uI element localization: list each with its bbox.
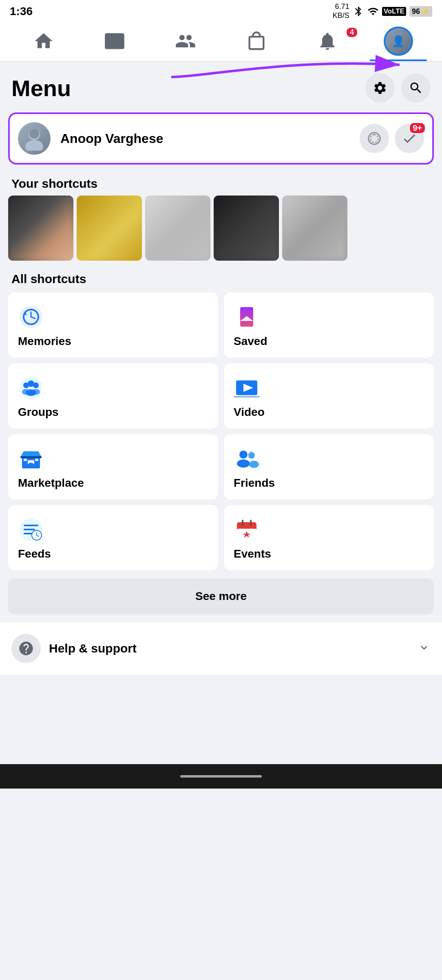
memories-icon bbox=[18, 304, 44, 330]
top-nav: 4 👤 bbox=[0, 21, 442, 62]
volte-icon: VoLTE bbox=[382, 7, 406, 16]
shortcut-thumb-3[interactable] bbox=[145, 196, 210, 261]
svg-point-2 bbox=[25, 140, 43, 151]
friends-icon bbox=[234, 446, 260, 472]
all-shortcuts-title: All shortcuts bbox=[0, 267, 442, 292]
story-icon bbox=[367, 131, 382, 146]
search-button[interactable] bbox=[401, 73, 431, 103]
status-time: 1:36 bbox=[10, 5, 33, 18]
events-icon bbox=[234, 516, 260, 543]
nav-profile[interactable]: 👤 bbox=[363, 21, 434, 61]
nav-home[interactable] bbox=[8, 21, 79, 61]
nav-video[interactable] bbox=[79, 21, 150, 61]
video-label: Video bbox=[234, 406, 424, 419]
svg-point-24 bbox=[239, 450, 248, 459]
shortcut-marketplace[interactable]: Marketplace bbox=[8, 434, 218, 499]
menu-header: Menu bbox=[0, 62, 442, 109]
svg-rect-30 bbox=[24, 529, 35, 530]
gear-icon bbox=[373, 81, 387, 95]
saved-label: Saved bbox=[234, 335, 424, 348]
notifications-action-button[interactable]: 9+ bbox=[395, 124, 424, 153]
svg-point-25 bbox=[237, 459, 250, 468]
shortcut-friends[interactable]: Friends bbox=[224, 434, 434, 499]
profile-actions: 9+ bbox=[360, 124, 424, 153]
svg-rect-37 bbox=[237, 525, 256, 529]
see-more-button[interactable]: See more bbox=[8, 578, 434, 614]
main-content: Menu Anoop Varghese bbox=[0, 62, 442, 764]
bottom-spacer bbox=[0, 683, 442, 764]
battery-icon: 96 ⚡ bbox=[409, 6, 432, 17]
nav-notifications[interactable]: 4 bbox=[292, 21, 363, 61]
bottom-bar bbox=[0, 764, 442, 789]
bluetooth-icon bbox=[353, 6, 364, 17]
your-shortcuts-title: Your shortcuts bbox=[0, 173, 442, 196]
shortcut-video[interactable]: Video bbox=[224, 363, 434, 428]
notification-badge: 4 bbox=[347, 28, 357, 37]
signal-icon bbox=[367, 6, 379, 17]
svg-point-12 bbox=[28, 380, 34, 387]
shortcut-feeds[interactable]: Feeds bbox=[8, 505, 218, 570]
help-section[interactable]: Help & support bbox=[0, 622, 442, 675]
svg-rect-18 bbox=[234, 396, 260, 398]
settings-button[interactable] bbox=[365, 73, 395, 103]
page-title: Menu bbox=[11, 75, 71, 101]
story-button[interactable] bbox=[360, 124, 389, 153]
help-left: Help & support bbox=[11, 634, 137, 663]
profile-name: Anoop Varghese bbox=[60, 131, 360, 146]
groups-icon bbox=[18, 375, 44, 401]
avatar-image bbox=[22, 126, 46, 151]
marketplace-label: Marketplace bbox=[18, 477, 208, 490]
speed-indicator: 6.71KB/S bbox=[333, 2, 349, 20]
shortcut-thumb-4[interactable] bbox=[214, 196, 279, 261]
nav-friends[interactable] bbox=[150, 21, 221, 61]
profile-nav-avatar: 👤 bbox=[384, 26, 413, 56]
nav-marketplace[interactable] bbox=[221, 21, 292, 61]
search-icon bbox=[409, 81, 423, 95]
shortcut-thumb-2[interactable] bbox=[77, 196, 142, 261]
status-bar: 1:36 6.71KB/S VoLTE 96 ⚡ bbox=[0, 0, 442, 21]
action-badge: 9+ bbox=[409, 122, 426, 134]
shortcuts-grid: Memories Saved bbox=[0, 292, 442, 570]
shortcut-saved[interactable]: Saved bbox=[224, 292, 434, 358]
svg-rect-29 bbox=[24, 525, 38, 526]
svg-rect-23 bbox=[35, 459, 38, 461]
shortcut-thumb-1[interactable] bbox=[8, 196, 73, 261]
svg-point-3 bbox=[29, 129, 39, 138]
svg-rect-22 bbox=[24, 459, 27, 461]
menu-header-icons bbox=[365, 73, 431, 103]
chevron-down-icon bbox=[418, 641, 431, 656]
svg-point-15 bbox=[26, 389, 36, 396]
shortcut-events[interactable]: Events bbox=[224, 505, 434, 570]
question-icon bbox=[18, 640, 34, 657]
help-icon bbox=[11, 634, 41, 663]
feeds-icon bbox=[18, 516, 44, 543]
feeds-label: Feeds bbox=[18, 547, 208, 560]
memories-label: Memories bbox=[18, 335, 208, 348]
svg-rect-21 bbox=[20, 456, 42, 458]
shortcut-thumb-5[interactable] bbox=[282, 196, 347, 261]
svg-point-27 bbox=[249, 461, 259, 468]
profile-card[interactable]: Anoop Varghese 9+ bbox=[8, 112, 434, 165]
avatar bbox=[18, 122, 51, 155]
friends-label: Friends bbox=[234, 477, 424, 490]
marketplace-icon bbox=[18, 446, 44, 472]
groups-label: Groups bbox=[18, 406, 208, 419]
shortcut-memories[interactable]: Memories bbox=[8, 292, 218, 358]
shortcut-groups[interactable]: Groups bbox=[8, 363, 218, 428]
shortcuts-scroll bbox=[0, 196, 442, 267]
status-icons: 6.71KB/S VoLTE 96 ⚡ bbox=[333, 2, 432, 20]
video-icon bbox=[234, 375, 260, 401]
saved-icon bbox=[234, 304, 260, 330]
home-indicator bbox=[180, 775, 262, 778]
help-label: Help & support bbox=[49, 642, 137, 655]
events-label: Events bbox=[234, 547, 424, 560]
